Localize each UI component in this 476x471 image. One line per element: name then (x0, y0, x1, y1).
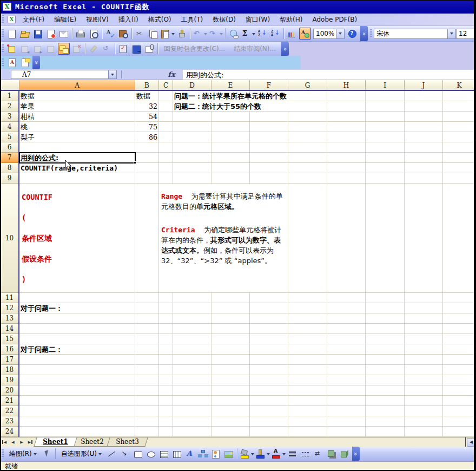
reject-change-button[interactable] (101, 43, 113, 55)
fill-color-button[interactable] (240, 448, 254, 460)
help-button[interactable] (347, 28, 359, 40)
row-header-9[interactable]: 9 (0, 173, 19, 184)
show-all-comments-button[interactable] (58, 43, 70, 55)
spelling-button[interactable] (104, 28, 116, 40)
insert-picture-button[interactable] (223, 448, 235, 460)
toolbar-grip[interactable] (370, 29, 372, 38)
cell-A12[interactable]: 对于问题一： (21, 304, 134, 312)
chevron-down-icon[interactable] (447, 29, 455, 38)
draw-rectangle-button[interactable] (132, 448, 144, 460)
column-header-G[interactable]: G (288, 80, 327, 91)
mail-attachment-button[interactable] (143, 43, 155, 55)
column-header-C[interactable]: C (159, 80, 173, 91)
cell-D2[interactable]: 问题二：统计大于55的个数 (174, 102, 327, 111)
row-header-8[interactable]: 8 (0, 163, 19, 173)
toolbar-grip[interactable] (2, 58, 4, 67)
toolbar-grip[interactable] (2, 44, 4, 53)
font-size-combobox[interactable]: 12 (456, 29, 476, 39)
row-header-13[interactable]: 13 (0, 313, 19, 324)
select-object-button[interactable] (41, 448, 53, 460)
sheet-tab-sheet3[interactable]: Sheet3 (107, 437, 148, 447)
row-header-14[interactable]: 14 (0, 324, 19, 334)
new-document-button[interactable] (6, 28, 18, 40)
row-header-23[interactable]: 23 (0, 416, 19, 427)
chevron-down-icon[interactable] (282, 453, 286, 457)
formula-input[interactable]: 用到的公式: (183, 70, 475, 80)
autosum-button[interactable] (241, 28, 255, 40)
open-folder-button[interactable] (19, 28, 31, 40)
tab-scroll-previous-button[interactable]: ◀ (9, 437, 17, 447)
cell-B2[interactable]: 32 (136, 102, 157, 110)
menu-item-data[interactable]: 数据(D) (208, 14, 241, 26)
column-header-F[interactable]: F (250, 80, 288, 91)
undo-button[interactable] (193, 28, 207, 40)
line-style-button[interactable] (287, 448, 299, 460)
font-color-button[interactable] (271, 448, 286, 460)
row-header-4[interactable]: 4 (0, 122, 19, 132)
sheet-tab-sheet2[interactable]: Sheet2 (71, 437, 113, 447)
toolbar-options-button[interactable]: » (360, 26, 368, 41)
tab-scroll-next-button[interactable]: ▶ (17, 437, 26, 447)
research-button[interactable] (117, 28, 129, 40)
save-version-button[interactable] (130, 43, 142, 55)
draw-line-button[interactable] (106, 448, 118, 460)
highlight-changes-button[interactable] (88, 43, 100, 55)
update-file-button[interactable] (117, 43, 129, 55)
format-painter-button[interactable] (176, 28, 188, 40)
sort-ascending-button[interactable] (256, 28, 268, 40)
print-button[interactable] (75, 28, 87, 40)
save-button[interactable] (32, 28, 44, 40)
menu-item-edit[interactable]: 编辑(E) (49, 14, 81, 26)
cell-B3[interactable]: 54 (136, 113, 157, 121)
paste-button[interactable] (160, 28, 175, 40)
column-header-K[interactable]: K (443, 80, 476, 91)
row-header-10[interactable]: 10 (0, 184, 19, 293)
toolbar-options-button[interactable]: » (32, 56, 40, 69)
menu-item-format[interactable]: 格式(O) (143, 14, 176, 26)
chevron-down-icon[interactable] (251, 453, 254, 457)
row-header-11[interactable]: 11 (0, 293, 19, 303)
toolbar-grip[interactable] (2, 15, 4, 24)
cell-A16[interactable]: 对于问题二： (21, 345, 134, 354)
workbook-icon[interactable] (8, 16, 16, 23)
redo-button[interactable] (208, 28, 223, 40)
row-header-15[interactable]: 15 (0, 334, 19, 344)
zoom-combobox[interactable]: 100% (313, 29, 345, 39)
cell-D1[interactable]: 问题一：统计苹果所在单元格的个数 (174, 91, 327, 101)
wordart-button[interactable] (184, 448, 196, 460)
menu-item-window[interactable]: 窗口(W) (241, 14, 275, 26)
column-header-B[interactable]: B (135, 80, 159, 91)
chevron-down-icon[interactable] (267, 453, 270, 457)
cell-A1[interactable]: 数据 (21, 92, 134, 100)
delete-comment-button[interactable] (71, 43, 83, 55)
previous-comment-button[interactable] (19, 43, 31, 55)
copy-button[interactable] (147, 28, 159, 40)
chevron-down-icon[interactable] (108, 70, 116, 78)
sheet-tab-sheet1[interactable]: Sheet1 (34, 437, 77, 447)
row-header-21[interactable]: 21 (0, 396, 19, 406)
cut-button[interactable] (134, 28, 146, 40)
row-header-18[interactable]: 18 (0, 365, 19, 375)
row-header-20[interactable]: 20 (0, 385, 19, 396)
draw-arrow-button[interactable] (119, 448, 131, 460)
diagram-button[interactable] (197, 448, 209, 460)
email-button[interactable] (58, 28, 70, 40)
vertical-text-box-button[interactable] (171, 448, 183, 460)
cell-B5[interactable]: 86 (136, 133, 157, 141)
shadow-style-button[interactable] (326, 448, 338, 460)
column-header-I[interactable]: I (366, 80, 405, 91)
tab-scroll-last-button[interactable]: ▶ (26, 437, 35, 447)
chevron-down-icon[interactable] (204, 33, 207, 37)
draw-oval-button[interactable] (145, 448, 157, 460)
menu-item-adobe-pdf[interactable]: Adobe PDF(B) (307, 14, 362, 25)
fill-handle[interactable] (134, 161, 136, 164)
row-header-17[interactable]: 17 (0, 355, 19, 365)
select-all-corner[interactable] (0, 80, 19, 91)
dash-style-button[interactable] (300, 448, 312, 460)
column-header-D[interactable]: D (173, 80, 211, 91)
toolbar-grip[interactable] (2, 29, 4, 38)
row-header-2[interactable]: 2 (0, 101, 19, 112)
row-header-3[interactable]: 3 (0, 112, 19, 122)
menu-item-view[interactable]: 视图(V) (81, 14, 114, 26)
convert-to-pdf-email-button[interactable] (19, 57, 31, 69)
